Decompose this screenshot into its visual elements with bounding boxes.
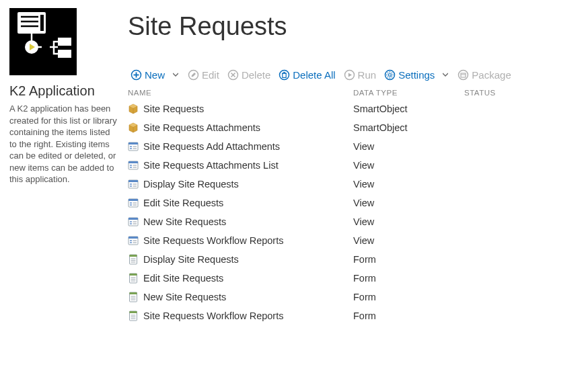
row-type-text: SmartObject <box>353 122 464 133</box>
table-row[interactable]: Edit Site RequestsView <box>128 194 579 212</box>
package-icon <box>457 69 469 81</box>
table-row[interactable]: New Site RequestsForm <box>128 288 579 306</box>
delete-all-button[interactable]: Delete All <box>276 68 338 82</box>
row-type-text: Form <box>353 292 464 302</box>
delete-button[interactable]: Delete <box>225 68 273 82</box>
sidebar-description: A K2 application has been created for th… <box>9 103 120 185</box>
table-row[interactable]: Display Site RequestsView <box>128 175 579 194</box>
plus-circle-icon <box>131 69 142 81</box>
view-icon <box>128 198 139 208</box>
svg-rect-41 <box>40 15 44 31</box>
row-name-text: Site Requests Workflow Reports <box>143 235 283 246</box>
table-row[interactable]: New Site RequestsView <box>128 212 579 231</box>
package-button[interactable]: Package <box>455 68 513 82</box>
col-header-name[interactable]: NAME <box>128 89 353 97</box>
table-row[interactable]: Site Requests Attachments ListView <box>128 156 579 175</box>
toolbar: New Edit Delete Delete All Run Se <box>128 68 579 82</box>
artifact-table: NAME DATA TYPE STATUS Site RequestsSmart… <box>128 86 579 325</box>
row-name-text: Edit Site Requests <box>143 198 223 208</box>
new-button[interactable]: New <box>128 68 168 82</box>
form-icon <box>128 254 139 265</box>
row-type-text: View <box>353 235 464 246</box>
row-type-text: View <box>353 216 464 227</box>
row-name-text: Site Requests Workflow Reports <box>143 310 283 321</box>
table-row[interactable]: Site Requests Workflow ReportsForm <box>128 306 579 325</box>
row-name-text: Display Site Requests <box>143 179 239 190</box>
delete-label: Delete <box>242 69 270 81</box>
row-type-text: View <box>353 198 464 208</box>
trash-icon <box>279 69 290 81</box>
row-type-text: Form <box>353 273 464 284</box>
row-name-text: Site Requests Attachments <box>143 122 260 133</box>
col-header-status[interactable]: STATUS <box>464 89 579 97</box>
form-icon <box>128 273 139 284</box>
sidebar-title: K2 Application <box>9 83 120 99</box>
view-icon <box>128 160 139 171</box>
row-name-text: Site Requests <box>143 103 204 114</box>
table-row[interactable]: Edit Site RequestsForm <box>128 269 579 288</box>
table-row[interactable]: Display Site RequestsForm <box>128 250 579 269</box>
table-row[interactable]: Site Requests Workflow ReportsView <box>128 231 579 250</box>
new-label: New <box>145 69 165 81</box>
edit-label: Edit <box>202 69 219 81</box>
edit-button[interactable]: Edit <box>185 68 222 82</box>
view-icon <box>128 235 139 246</box>
smartobject-icon <box>128 122 139 133</box>
settings-button[interactable]: Settings <box>381 68 437 82</box>
run-icon <box>344 69 355 81</box>
settings-label: Settings <box>398 69 435 81</box>
delete-all-label: Delete All <box>293 69 335 81</box>
run-button[interactable]: Run <box>341 68 379 82</box>
settings-dropdown[interactable] <box>443 73 448 78</box>
row-type-text: View <box>353 160 464 171</box>
table-row[interactable]: Site RequestsSmartObject <box>128 99 579 118</box>
edit-icon <box>188 69 199 81</box>
row-name-text: Edit Site Requests <box>143 273 223 284</box>
package-label: Package <box>472 69 511 81</box>
col-header-type[interactable]: DATA TYPE <box>353 89 464 97</box>
row-type-text: View <box>353 179 464 190</box>
view-icon <box>128 216 139 227</box>
new-dropdown[interactable] <box>173 73 178 78</box>
row-name-text: Display Site Requests <box>143 254 239 265</box>
k2-application-icon <box>9 8 77 75</box>
form-icon <box>128 292 139 302</box>
row-type-text: SmartObject <box>353 103 464 114</box>
row-name-text: New Site Requests <box>143 292 226 302</box>
svg-rect-43 <box>58 38 71 46</box>
svg-rect-44 <box>58 50 71 58</box>
row-name-text: Site Requests Add Attachments <box>143 141 280 152</box>
row-type-text: Form <box>353 254 464 265</box>
row-type-text: Form <box>353 310 464 321</box>
gear-icon <box>384 69 396 81</box>
row-type-text: View <box>353 141 464 152</box>
row-name-text: Site Requests Attachments List <box>143 160 279 171</box>
run-label: Run <box>358 69 377 81</box>
page-title: Site Requests <box>128 12 579 41</box>
table-row[interactable]: Site Requests Add AttachmentsView <box>128 137 579 156</box>
smartobject-icon <box>128 103 139 114</box>
x-circle-icon <box>227 69 239 81</box>
form-icon <box>128 310 139 321</box>
view-icon <box>128 179 139 190</box>
view-icon <box>128 141 139 152</box>
table-row[interactable]: Site Requests AttachmentsSmartObject <box>128 118 579 137</box>
row-name-text: New Site Requests <box>143 216 226 227</box>
